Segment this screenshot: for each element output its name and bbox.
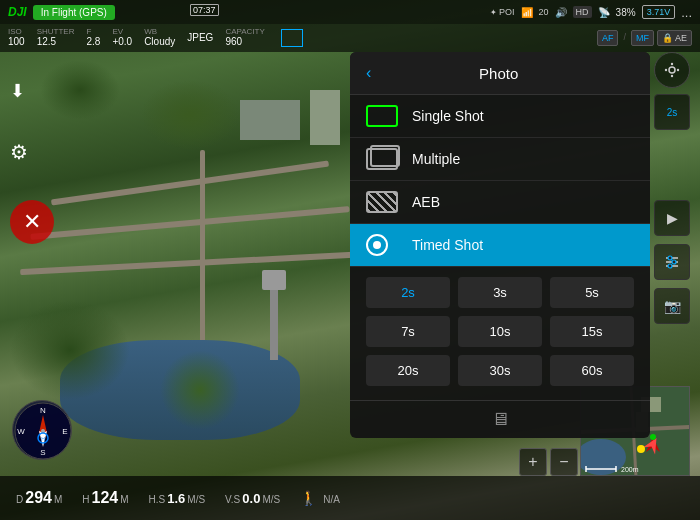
download-button[interactable]: ⬇ [10,80,25,102]
compass-svg: N S W E H [13,401,73,461]
format-param: JPEG [187,32,213,44]
position-button[interactable]: ⚙ [10,140,28,164]
iso-label: ISO [8,28,22,36]
wifi-icon: 📡 [598,7,610,18]
mf-button[interactable]: MF [631,30,654,46]
ev-value[interactable]: +0.0 [112,36,132,48]
capacity-value: 960 [225,36,242,48]
flight-status: In Flight (GPS) [33,5,115,20]
bottom-status-bar: D 294 M H 124 M H.S 1.6 M/S V.S 0.0 M/S … [0,476,700,520]
right-controls: 2s [654,52,690,130]
more-options-btn[interactable]: ... [681,5,692,20]
time-option-60s[interactable]: 60s [550,355,634,386]
zoom-controls: + − [519,448,578,476]
single-shot-icon [366,105,398,127]
timer-display-btn[interactable]: 2s [654,94,690,130]
format-value[interactable]: JPEG [187,32,213,44]
panel-monitor-icon[interactable]: 🖥 [491,409,509,430]
dji-logo: DJI [8,5,27,19]
back-button[interactable]: ‹ [366,64,371,82]
h-speed-label: H.S [149,494,166,505]
svg-point-30 [650,434,656,440]
wb-param: WB Cloudy [144,28,175,48]
svg-text:S: S [40,448,45,457]
zoom-in-button[interactable]: + [519,448,547,476]
svg-point-0 [669,67,675,73]
aeb-label: AEB [412,194,440,210]
multiple-item[interactable]: Multiple [350,138,650,181]
volume-icon: 🔊 [555,7,567,18]
shutter-label: SHUTTER [37,28,75,36]
svg-point-3 [665,69,667,71]
capacity-label: CAPACITY [225,28,264,36]
distance-value: 294 [25,489,52,507]
battery-percent: 38% [616,7,636,18]
battery-voltage: 3.71V [642,5,676,19]
time-option-20s[interactable]: 20s [366,355,450,386]
svg-point-2 [671,75,673,77]
svg-text:W: W [17,427,25,436]
single-shot-item[interactable]: Single Shot [350,95,650,138]
time-option-15s[interactable]: 15s [550,316,634,347]
timed-shot-label: Timed Shot [412,237,483,253]
capacity-param: CAPACITY 960 [225,28,264,48]
nav-stat: 🚶 N/A [300,490,340,506]
zoom-out-button[interactable]: − [550,448,578,476]
timed-options-grid: 2s 3s 5s 7s 10s 15s 20s 30s 60s [350,267,650,400]
sliders-icon [663,253,681,271]
af-mf-controls: AF / MF 🔒 AE [597,30,692,46]
f-value[interactable]: 2.8 [86,36,100,48]
wb-label: WB [144,28,157,36]
settings-wheel-btn[interactable] [654,52,690,88]
timed-shot-item[interactable]: Timed Shot [350,224,650,267]
lock-icon: 🔒 [662,33,673,43]
top-status-bar: DJI In Flight (GPS) 07:37 ✦ POI 📶 20 🔊 H… [0,0,700,24]
cancel-button[interactable]: ✕ [10,200,54,244]
distance-unit: M [54,494,62,505]
svg-text:200m: 200m [621,466,639,473]
af-box-indicator [281,29,303,47]
time-option-10s[interactable]: 10s [458,316,542,347]
v-speed-stat: V.S 0.0 M/S [225,491,280,506]
svg-point-8 [668,256,672,260]
distance-stat: D 294 M [16,489,62,507]
time-option-2s[interactable]: 2s [366,277,450,308]
panel-right-controls: ▶ 📷 [654,200,690,324]
photo-panel: ‹ Photo Single Shot Multiple AEB [350,52,650,438]
panel-title: Photo [383,65,614,82]
multiple-label: Multiple [412,151,460,167]
svg-point-1 [671,63,673,65]
height-unit: M [120,494,128,505]
single-shot-label: Single Shot [412,108,484,124]
v-speed-unit: M/S [262,494,280,505]
params-btn[interactable] [654,244,690,280]
time-option-3s[interactable]: 3s [458,277,542,308]
app: DJI In Flight (GPS) 07:37 ✦ POI 📶 20 🔊 H… [0,0,700,520]
height-value: 124 [92,489,119,507]
shutter-value[interactable]: 12.5 [37,36,56,48]
wb-value[interactable]: Cloudy [144,36,175,48]
iso-value[interactable]: 100 [8,36,25,48]
aeb-icon [366,191,398,213]
f-param: F 2.8 [86,28,100,48]
poi-indicator: ✦ POI [490,7,515,17]
aeb-item[interactable]: AEB [350,181,650,224]
time-option-7s[interactable]: 7s [366,316,450,347]
svg-point-4 [677,69,679,71]
af-button[interactable]: AF [597,30,619,46]
ae-button[interactable]: 🔒 AE [657,30,692,46]
playback-btn[interactable]: ▶ [654,200,690,236]
photo-mode-btn[interactable]: 📷 [654,288,690,324]
panel-header: ‹ Photo [350,52,650,95]
nav-label: N/A [323,494,340,505]
shutter-param: SHUTTER 12.5 [37,28,75,48]
h-speed-stat: H.S 1.6 M/S [149,491,206,506]
time-option-5s[interactable]: 5s [550,277,634,308]
time-option-30s[interactable]: 30s [458,355,542,386]
timer-box: 07:37 [190,4,219,16]
settings-icon [663,61,681,79]
top-bar-icons: ✦ POI 📶 20 🔊 HD 📡 38% 3.71V ... [490,5,692,20]
svg-point-29 [637,445,645,453]
height-stat: H 124 M [82,489,128,507]
ev-param: EV +0.0 [112,28,132,48]
